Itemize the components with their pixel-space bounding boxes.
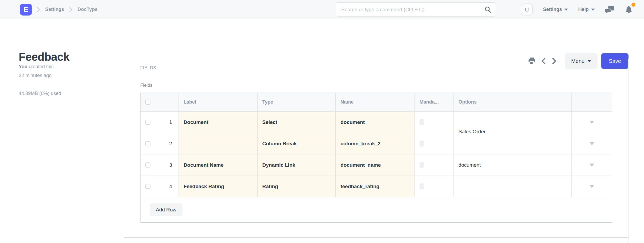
row-expand-toggle[interactable] xyxy=(572,133,612,154)
header-cell-mandatory: Manda... xyxy=(415,93,454,111)
chevron-down-icon xyxy=(589,185,594,188)
form-main: FIELDS Fields Label Type Name Manda... O… xyxy=(124,59,629,243)
global-search xyxy=(336,2,496,17)
row-expand-toggle[interactable] xyxy=(572,154,612,176)
row-index-cell: 2 xyxy=(141,133,179,154)
mandatory-checkbox[interactable] xyxy=(420,119,424,125)
row-expand-toggle[interactable] xyxy=(572,176,612,197)
row-checkbox[interactable] xyxy=(145,141,150,146)
cell-mandatory[interactable] xyxy=(415,154,454,176)
cell-label[interactable]: Feedback Rating xyxy=(179,176,258,197)
cell-type[interactable]: Rating xyxy=(258,176,336,197)
created-info: You created this 32 minutes ago xyxy=(19,62,113,80)
cell-mandatory[interactable] xyxy=(415,176,454,197)
cell-name[interactable]: document xyxy=(336,112,415,133)
page-head: Feedback Menu Save xyxy=(0,19,644,59)
breadcrumb-doctype[interactable]: DocType xyxy=(77,7,98,12)
navbar: E Settings DocType U Settings Help xyxy=(0,0,644,19)
row-index-cell: 4 xyxy=(141,176,179,197)
cell-mandatory[interactable] xyxy=(415,133,454,154)
chevron-down-icon xyxy=(591,9,595,11)
search-icon[interactable] xyxy=(484,6,491,13)
breadcrumb-settings[interactable]: Settings xyxy=(45,7,64,12)
table-row: 2 Column Break column_break_2 xyxy=(141,133,612,154)
row-index-cell: 1 xyxy=(141,112,179,133)
add-row-button[interactable]: Add Row xyxy=(150,203,183,216)
fields-table-label: Fields xyxy=(140,83,152,88)
cell-type[interactable]: Select xyxy=(258,112,336,133)
cell-name[interactable]: feedback_rating xyxy=(336,176,415,197)
notifications-bell-icon[interactable] xyxy=(625,5,633,14)
cell-mandatory[interactable] xyxy=(415,112,454,133)
table-row: 1 Document Select document Sales Order xyxy=(141,112,612,133)
row-checkbox[interactable] xyxy=(145,184,150,189)
grid-header-row: Label Type Name Manda... Options xyxy=(141,93,612,112)
cell-options[interactable] xyxy=(454,176,572,197)
row-index-cell: 3 xyxy=(141,154,179,176)
settings-menu[interactable]: Settings xyxy=(543,7,568,12)
created-by[interactable]: You xyxy=(19,64,28,69)
row-index: 2 xyxy=(169,141,172,147)
cell-options[interactable]: Sales Order xyxy=(454,112,572,133)
row-index: 1 xyxy=(169,119,172,125)
section-divider xyxy=(124,237,629,238)
cell-options[interactable]: document xyxy=(454,154,572,176)
chevron-down-icon xyxy=(589,142,594,145)
header-cell-actions xyxy=(572,93,612,111)
header-cell-type: Type xyxy=(258,93,336,111)
breadcrumb-chevron-icon xyxy=(36,7,41,13)
row-index: 3 xyxy=(169,162,172,168)
app-logo[interactable]: E xyxy=(20,4,32,16)
cell-label[interactable]: Document xyxy=(179,112,258,133)
form-body: You created this 32 minutes ago 44.39MB … xyxy=(0,59,644,243)
fields-grid: Label Type Name Manda... Options 1 Docum… xyxy=(140,93,612,223)
created-when: 32 minutes ago xyxy=(19,73,52,78)
cell-options[interactable] xyxy=(454,133,572,154)
storage-usage: 44.39MB (0%) used xyxy=(19,91,113,96)
header-cell-label: Label xyxy=(179,93,258,111)
cell-name[interactable]: document_name xyxy=(336,154,415,176)
help-menu[interactable]: Help xyxy=(578,7,595,12)
search-input[interactable] xyxy=(336,7,484,13)
table-row: 4 Feedback Rating Rating feedback_rating xyxy=(141,176,612,197)
chevron-down-icon xyxy=(589,121,594,124)
row-index: 4 xyxy=(169,184,172,189)
form-sidebar: You created this 32 minutes ago 44.39MB … xyxy=(0,59,124,243)
mandatory-checkbox[interactable] xyxy=(420,162,424,168)
cell-type[interactable]: Column Break xyxy=(258,133,336,154)
chat-icon[interactable] xyxy=(605,6,615,14)
mandatory-checkbox[interactable] xyxy=(420,141,424,147)
select-all-checkbox[interactable] xyxy=(145,100,150,105)
chevron-down-icon xyxy=(589,164,594,167)
grid-footer: Add Row xyxy=(141,197,612,222)
row-checkbox[interactable] xyxy=(145,162,150,168)
header-cell-options: Options xyxy=(454,93,572,111)
header-cell-name: Name xyxy=(336,93,415,111)
table-row: 3 Document Name Dynamic Link document_na… xyxy=(141,154,612,176)
mandatory-checkbox[interactable] xyxy=(420,183,424,189)
row-checkbox[interactable] xyxy=(145,120,150,125)
section-heading-fields: FIELDS xyxy=(140,66,156,70)
notification-dot xyxy=(631,3,635,7)
row-expand-toggle[interactable] xyxy=(572,112,612,133)
cell-label[interactable] xyxy=(179,133,258,154)
cell-type[interactable]: Dynamic Link xyxy=(258,154,336,176)
chevron-down-icon xyxy=(564,9,568,11)
cell-label[interactable]: Document Name xyxy=(179,154,258,176)
cell-name[interactable]: column_break_2 xyxy=(336,133,415,154)
user-avatar[interactable]: U xyxy=(521,3,533,16)
breadcrumb-chevron-icon xyxy=(68,7,73,13)
header-cell-select xyxy=(141,93,179,111)
